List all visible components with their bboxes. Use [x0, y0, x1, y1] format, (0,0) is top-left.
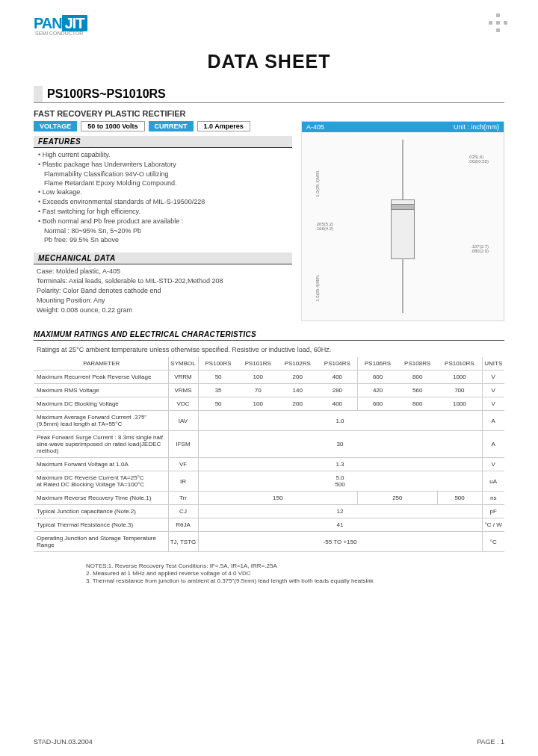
dim-label: .025(.6) .002(0.55) [469, 155, 489, 164]
spec-tags-row: VOLTAGE 50 to 1000 Volts CURRENT 1.0 Amp… [34, 121, 292, 131]
feature-item: Fast switching for high efficiency. [38, 208, 292, 215]
cell-value: 800 [398, 371, 437, 384]
package-diagram: A-405 Unit : inch(mm) .025(.6) .002(0.55… [301, 121, 504, 321]
cell-value: 280 [318, 384, 358, 397]
cell-unit: pF [482, 505, 504, 518]
table-row: Operating Junction and Storage Temperatu… [34, 532, 504, 552]
mech-line: Terminals: Axial leads, solderable to MI… [34, 277, 292, 285]
feature-subline: Pb free: 99.5% Sn above [34, 236, 292, 244]
th-part: PS100RS [198, 357, 238, 371]
logo-pan-text: PAN [34, 15, 62, 31]
mechanical-heading: MECHANICAL DATA [34, 252, 292, 264]
table-row: Typical Junction capacitance (Note.2)CJ1… [34, 505, 504, 518]
ratings-condition-note: Ratings at 25°C ambient temperature unle… [34, 344, 504, 357]
cell-value-group: 150 [198, 492, 357, 505]
voltage-value: 50 to 1000 Volts [81, 121, 144, 131]
cell-value: 600 [357, 397, 398, 411]
cell-parameter: Maximum Forward Voltage at 1.0A [34, 458, 168, 471]
cell-value: 1000 [437, 371, 482, 384]
cell-unit: A [482, 411, 504, 431]
feature-subline: Normal : 80~95% Sn, 5~20% Pb [34, 227, 292, 235]
dim-label: 1.0(25.4)MIN. [315, 274, 320, 302]
feature-subline: Flame Retardant Epoxy Molding Compound. [34, 179, 292, 187]
cell-unit: V [482, 397, 504, 411]
logo-jit-text: JIT [62, 15, 87, 31]
cell-value: 200 [278, 371, 318, 384]
brand-logo: PANJIT SEMI CONDUCTOR [34, 15, 504, 36]
dim-label: .205(5.2) .166(4.2) [315, 222, 333, 231]
product-subtitle: FAST RECOVERY PLASTIC RECTIFIER [34, 109, 504, 118]
cell-value: 100 [238, 371, 278, 384]
cell-value: 140 [278, 384, 318, 397]
cell-value: 200 [278, 397, 318, 411]
th-part: PS108RS [398, 357, 437, 371]
current-tag: CURRENT [149, 121, 194, 131]
table-row: Peak Forward Surge Current : 8.3ms singl… [34, 431, 504, 458]
cell-parameter: Peak Forward Surge Current : 8.3ms singl… [34, 431, 168, 458]
footer-date: STAD-JUN.03.2004 [34, 738, 93, 746]
table-row: Maximum Forward Voltage at 1.0AVF1.3V [34, 458, 504, 471]
footer-page: PAGE . 1 [477, 738, 504, 746]
feature-item: High current capability. [38, 151, 292, 158]
mech-line: Polarity: Color Band denotes cathode end [34, 287, 292, 294]
footer: STAD-JUN.03.2004 PAGE . 1 [34, 738, 504, 746]
cell-symbol: IAV [168, 411, 198, 431]
th-part: PS101RS [238, 357, 278, 371]
cell-parameter: Operating Junction and Storage Temperatu… [34, 532, 168, 552]
cell-unit: V [482, 384, 504, 397]
th-part: PS104RS [318, 357, 358, 371]
dim-label: 1.0(25.4)MIN. [315, 170, 320, 197]
cell-value: 50 [198, 371, 238, 384]
cell-value-group: 250 [357, 492, 437, 505]
cell-parameter: Typical Junction capacitance (Note.2) [34, 505, 168, 518]
cell-value: 70 [238, 384, 278, 397]
cell-value: 400 [318, 371, 358, 384]
th-units: UNITS [482, 357, 504, 371]
features-heading: FEATURES [34, 136, 292, 148]
cell-symbol: CJ [168, 505, 198, 518]
left-column: VOLTAGE 50 to 1000 Volts CURRENT 1.0 Amp… [34, 121, 292, 316]
cell-value: 800 [398, 397, 437, 411]
th-part: PS106RS [357, 357, 398, 371]
th-symbol: SYMBOL [168, 357, 198, 371]
cell-value: 35 [198, 384, 238, 397]
cell-symbol: VDC [168, 397, 198, 411]
voltage-tag: VOLTAGE [34, 121, 77, 131]
cell-symbol: TJ, TSTG [168, 532, 198, 552]
cell-parameter: Maximum DC Reverse Current TA=25°C at Ra… [34, 471, 168, 492]
diagram-title: A-405 [306, 123, 324, 131]
cell-symbol: IFSM [168, 431, 198, 458]
cell-value: 1000 [437, 397, 482, 411]
cell-value-span: -55 TO +150 [198, 532, 482, 552]
cell-value-span: 1.3 [198, 458, 482, 471]
part-number-bar: PS100RS~PS1010RS [34, 86, 504, 102]
cell-parameter: Maximum Average Forward Current .375"(9.… [34, 411, 168, 431]
diagram-unit: Unit : inch(mm) [454, 123, 499, 131]
mech-line: Case: Molded plastic, A-405 [34, 267, 292, 275]
logo-subtext: SEMI CONDUCTOR [35, 31, 87, 36]
ratings-table: PARAMETER SYMBOL PS100RS PS101RS PS102RS… [34, 357, 504, 552]
mechanical-data: Case: Molded plastic, A-405 Terminals: A… [34, 267, 292, 314]
cell-value-span: 5.0 500 [198, 471, 482, 492]
cell-symbol: VRRM [168, 371, 198, 384]
cell-value-group: 500 [437, 492, 482, 505]
cell-symbol: Trr [168, 492, 198, 505]
cell-value: 420 [357, 384, 398, 397]
page: PANJIT SEMI CONDUCTOR DATA SHEET PS100RS… [0, 0, 538, 592]
cell-value: 50 [198, 397, 238, 411]
maxratings-heading: MAXIMUM RATINGS AND ELECTRICAL CHARACTER… [34, 330, 504, 341]
note-line: 2. Measured at 1 MHz and applied reverse… [86, 570, 504, 577]
feature-subline: Flammability Classification 94V-O utiliz… [34, 170, 292, 178]
table-row: Maximum RMS VoltageVRMS35701402804205607… [34, 384, 504, 397]
features-list: High current capability. Plastic package… [34, 151, 292, 168]
cell-value: 560 [398, 384, 437, 397]
note-line: 3. Thermal resistance from junction to a… [86, 577, 504, 584]
cell-value: 700 [437, 384, 482, 397]
decor-dots [486, 13, 510, 34]
current-value: 1.0 Amperes [197, 121, 250, 131]
cell-value: 100 [238, 397, 278, 411]
cell-parameter: Maximum RMS Voltage [34, 384, 168, 397]
table-row: Maximum Average Forward Current .375"(9.… [34, 411, 504, 431]
cell-value: 600 [357, 371, 398, 384]
feature-item: Low leakage. [38, 188, 292, 196]
